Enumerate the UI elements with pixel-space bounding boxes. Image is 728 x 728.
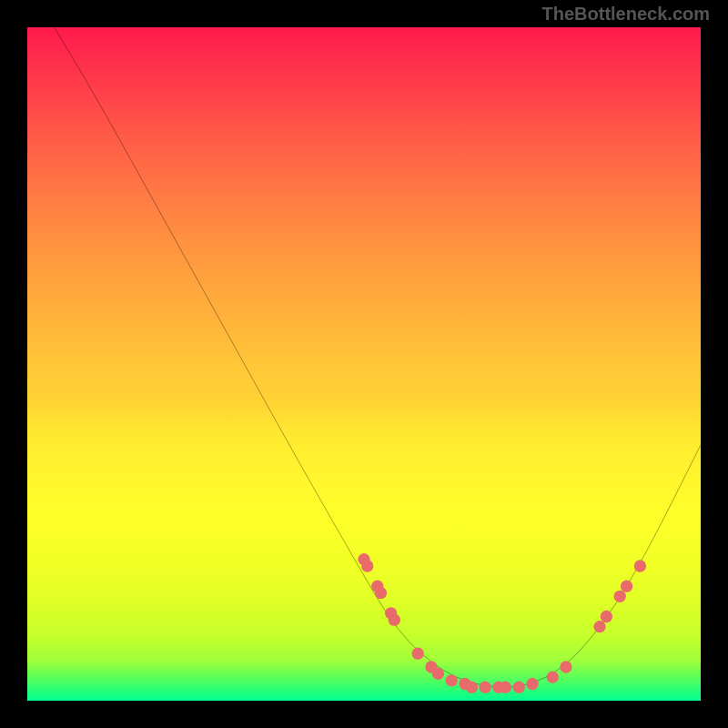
data-marker bbox=[389, 614, 400, 626]
data-marker bbox=[634, 560, 646, 571]
watermark-text: TheBottleneck.com bbox=[542, 4, 710, 25]
data-marker bbox=[621, 581, 632, 592]
data-marker bbox=[601, 611, 612, 622]
plot-area bbox=[27, 27, 701, 701]
data-marker bbox=[361, 560, 373, 571]
data-marker bbox=[593, 621, 605, 632]
markers-group bbox=[358, 553, 646, 693]
data-marker bbox=[560, 661, 571, 672]
data-marker bbox=[614, 591, 626, 602]
chart-container: TheBottleneck.com bbox=[0, 0, 728, 728]
data-marker bbox=[466, 682, 478, 693]
data-marker bbox=[432, 668, 444, 680]
data-marker bbox=[547, 671, 559, 682]
chart-svg bbox=[27, 27, 701, 701]
data-marker bbox=[412, 648, 424, 660]
data-marker bbox=[513, 682, 525, 693]
data-marker bbox=[480, 682, 491, 693]
data-marker bbox=[500, 682, 511, 693]
data-marker bbox=[526, 678, 538, 690]
data-marker bbox=[375, 587, 387, 599]
data-marker bbox=[446, 674, 458, 686]
